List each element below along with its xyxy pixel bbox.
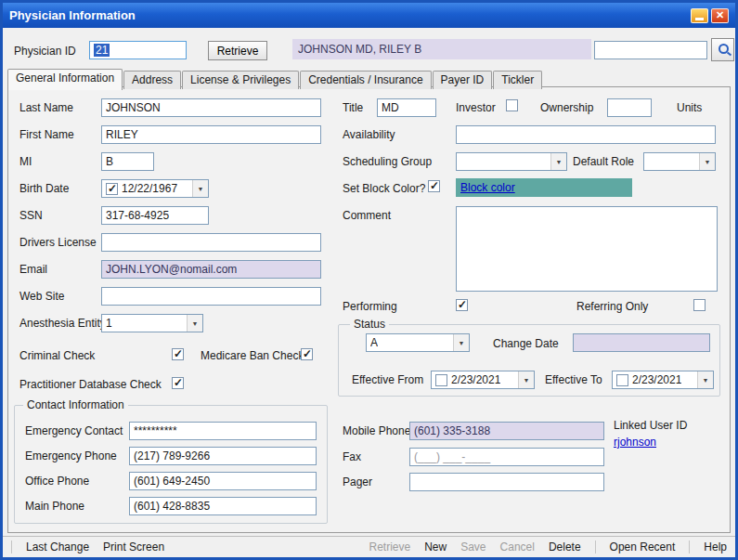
pager-input[interactable] <box>409 473 604 491</box>
physician-information-window: Physician Information Physician ID 21 Re… <box>0 0 738 560</box>
last-name-label: Last Name <box>19 101 73 114</box>
last-name-input[interactable] <box>101 98 321 117</box>
office-phone-input[interactable] <box>129 472 317 490</box>
physician-id-label: Physician ID <box>14 45 76 58</box>
dropdown-arrow-icon[interactable] <box>518 371 534 388</box>
first-name-label: First Name <box>19 128 74 141</box>
retrieve-button[interactable]: Retrieve <box>208 41 267 60</box>
birth-date-value: 12/22/1967 <box>122 182 177 195</box>
statusbar-print-screen[interactable]: Print Screen <box>103 540 164 553</box>
statusbar-new[interactable]: New <box>424 540 447 553</box>
medicare-ban-check-checkbox[interactable] <box>301 348 313 360</box>
emergency-phone-input[interactable] <box>129 447 317 465</box>
tab-credentials-insurance[interactable]: Credentials / Insurance <box>300 71 431 89</box>
change-date-field <box>573 333 710 352</box>
email-field[interactable]: JOHN.LYON@nomail.com <box>101 260 321 279</box>
set-block-color-checkbox[interactable] <box>428 180 440 192</box>
window-title: Physician Information <box>9 8 688 22</box>
statusbar-divider <box>689 540 690 553</box>
statusbar-divider <box>11 540 12 553</box>
anesthesia-entity-combo[interactable]: 1 <box>101 314 203 332</box>
dropdown-arrow-icon[interactable] <box>697 371 713 388</box>
tab-address[interactable]: Address <box>123 71 181 89</box>
drivers-license-input[interactable] <box>101 233 321 252</box>
statusbar-last-change[interactable]: Last Change <box>26 540 89 553</box>
scheduling-group-label: Scheduling Group <box>343 155 432 168</box>
block-color-swatch[interactable]: Block color <box>456 178 632 197</box>
performing-checkbox[interactable] <box>456 299 468 311</box>
criminal-check-checkbox[interactable] <box>172 348 184 360</box>
main-phone-input[interactable] <box>129 497 317 515</box>
investor-checkbox[interactable] <box>506 99 518 111</box>
tab-tickler[interactable]: Tickler <box>493 71 542 89</box>
fax-input[interactable] <box>409 448 604 466</box>
contact-information-group-label: Contact Information <box>23 399 128 410</box>
practitioner-database-check-label: Practitioner Database Check <box>19 378 162 391</box>
emergency-contact-input[interactable] <box>129 422 317 440</box>
close-button[interactable] <box>711 8 729 23</box>
availability-input[interactable] <box>456 125 716 144</box>
office-phone-label: Office Phone <box>25 475 89 488</box>
statusbar-open-recent[interactable]: Open Recent <box>610 540 676 553</box>
tab-payer-id[interactable]: Payer ID <box>433 71 493 89</box>
linked-user-id-label: Linked User ID <box>614 419 687 432</box>
scheduling-group-combo[interactable] <box>456 152 567 171</box>
practitioner-database-check-checkbox[interactable] <box>172 377 184 389</box>
effective-to-checkbox[interactable] <box>616 374 628 386</box>
birth-date-label: Birth Date <box>19 182 69 195</box>
mobile-phone-label: Mobile Phone <box>343 424 410 437</box>
physician-id-input[interactable]: 21 <box>89 41 187 59</box>
emergency-phone-label: Emergency Phone <box>25 449 117 462</box>
pager-label: Pager <box>343 475 372 488</box>
title-label: Title <box>343 101 363 114</box>
performing-label: Performing <box>343 300 397 313</box>
search-button[interactable] <box>711 38 734 61</box>
units-label: Units <box>677 101 702 114</box>
medicare-ban-check-label: Medicare Ban Check <box>201 349 304 362</box>
general-information-panel: Last Name First Name MI Birth Date 12/22… <box>7 86 731 533</box>
effective-to-combo[interactable]: 2/23/2021 <box>612 371 714 389</box>
block-color-link[interactable]: Block color <box>460 181 515 194</box>
mi-input[interactable] <box>101 152 154 171</box>
dropdown-arrow-icon[interactable] <box>192 180 208 197</box>
lookup-input[interactable] <box>594 41 707 59</box>
ssn-label: SSN <box>19 209 43 222</box>
birth-date-checkbox[interactable] <box>106 183 118 195</box>
web-site-input[interactable] <box>101 287 321 306</box>
status-group-label: Status <box>350 319 389 330</box>
linked-user-id-link[interactable]: rjohnson <box>614 436 656 449</box>
statusbar-help[interactable]: Help <box>704 540 727 553</box>
anesthesia-entity-label: Anesthesia Entity <box>19 317 106 330</box>
default-role-combo[interactable] <box>643 152 716 171</box>
tab-general-information[interactable]: General Information <box>7 69 123 90</box>
referring-only-checkbox[interactable] <box>693 299 706 311</box>
minimize-button[interactable] <box>691 8 708 23</box>
comment-textarea[interactable] <box>456 206 718 292</box>
statusbar-retrieve: Retrieve <box>369 540 410 553</box>
main-phone-label: Main Phone <box>25 500 84 513</box>
effective-from-combo[interactable]: 2/23/2021 <box>431 371 535 389</box>
status-combo[interactable]: A <box>366 333 470 352</box>
statusbar-save: Save <box>460 540 486 553</box>
dropdown-arrow-icon[interactable] <box>187 315 202 332</box>
statusbar-cancel: Cancel <box>500 540 535 553</box>
dropdown-arrow-icon[interactable] <box>699 153 715 170</box>
titlebar[interactable]: Physician Information <box>3 3 735 28</box>
physician-name-display: JOHNSON MD, RILEY B <box>292 39 591 59</box>
title-input[interactable] <box>377 98 436 117</box>
dropdown-arrow-icon[interactable] <box>453 334 469 351</box>
statusbar-delete[interactable]: Delete <box>549 540 581 553</box>
tab-license-privileges[interactable]: License & Privileges <box>182 71 299 89</box>
drivers-license-label: Drivers License <box>19 236 97 249</box>
effective-to-value: 2/23/2021 <box>632 373 681 386</box>
first-name-input[interactable] <box>101 125 321 144</box>
ssn-input[interactable] <box>101 206 209 225</box>
dropdown-arrow-icon[interactable] <box>550 153 566 170</box>
email-label: Email <box>19 263 47 276</box>
effective-from-checkbox[interactable] <box>435 374 447 386</box>
ownership-label: Ownership <box>540 101 593 114</box>
mobile-phone-field[interactable]: (601) 335-3188 <box>409 422 604 440</box>
ownership-input[interactable] <box>607 98 652 117</box>
birth-date-combo[interactable]: 12/22/1967 <box>101 179 209 198</box>
criminal-check-label: Criminal Check <box>19 349 95 362</box>
